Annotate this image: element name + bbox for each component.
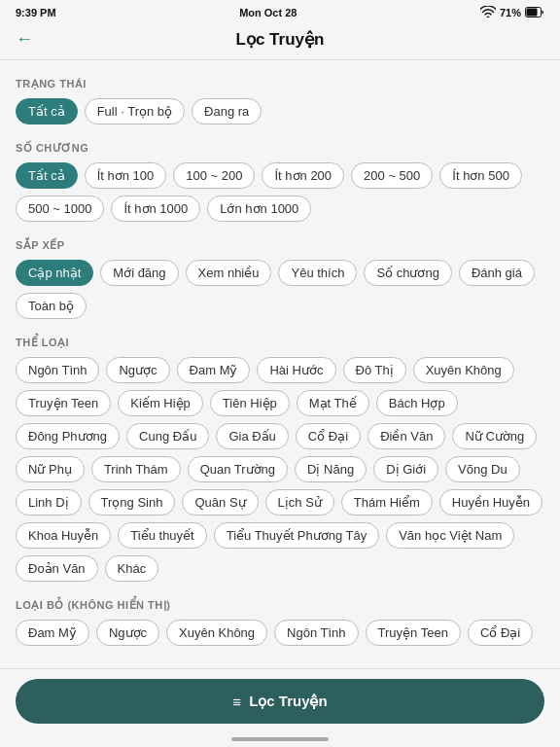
- tag-item[interactable]: Nữ Cường: [452, 423, 537, 449]
- tag-item[interactable]: Tất cả: [16, 162, 78, 189]
- tag-item[interactable]: Tiên Hiệp: [210, 390, 290, 416]
- sap-xep-section: SẮP XẾP Cập nhậtMới đăngXem nhiềuYêu thí…: [16, 239, 544, 319]
- bottom-bar: ≡ Lọc Truyện: [0, 668, 560, 747]
- trang-thai-section: TRẠNG THÁI Tất cảFull · Trọn bộĐang ra: [16, 78, 544, 124]
- tag-item[interactable]: Xem nhiều: [186, 260, 272, 286]
- battery-level: 71%: [500, 7, 521, 18]
- tag-item[interactable]: 100 ~ 200: [173, 162, 255, 189]
- tag-item[interactable]: Tiểu Thuyết Phương Tây: [214, 522, 380, 549]
- tag-item[interactable]: Ngôn Tình: [16, 357, 99, 383]
- tag-item[interactable]: Linh Dị: [16, 489, 82, 516]
- tag-item[interactable]: Nữ Phụ: [16, 456, 85, 482]
- the-loai-section: THỂ LOẠI Ngôn TìnhNgượcĐam MỹHài HướcĐô …: [16, 337, 544, 582]
- tag-item[interactable]: Yêu thích: [278, 260, 357, 286]
- tag-item[interactable]: Kiếm Hiệp: [118, 390, 203, 416]
- filter-icon: ≡: [232, 694, 241, 710]
- tag-item[interactable]: Điền Văn: [368, 423, 445, 449]
- tag-item[interactable]: Đam Mỹ: [16, 620, 89, 646]
- loai-bo-label: LOẠI BỎ (KHÔNG HIỂN THỊ): [16, 599, 544, 612]
- tag-item[interactable]: Khoa Huyễn: [16, 522, 111, 549]
- tag-item[interactable]: Xuyên Không: [413, 357, 514, 383]
- tag-item[interactable]: Văn học Việt Nam: [386, 522, 514, 549]
- tag-item[interactable]: Cung Đấu: [126, 423, 209, 449]
- svg-rect-1: [527, 8, 538, 16]
- tag-item[interactable]: Gia Đấu: [216, 423, 288, 449]
- page-title: Lọc Truyện: [236, 29, 325, 50]
- status-icons: 71%: [480, 6, 544, 19]
- tag-item[interactable]: Ít hơn 1000: [111, 196, 200, 222]
- loai-bo-tags: Đam MỹNgượcXuyên KhôngNgôn TìnhTruyện Te…: [16, 620, 544, 646]
- tag-item[interactable]: Đam Mỹ: [177, 357, 251, 383]
- tag-item[interactable]: Ít hơn 100: [85, 162, 167, 189]
- tag-item[interactable]: Full · Trọn bộ: [85, 98, 185, 124]
- tag-item[interactable]: Quan Trường: [188, 456, 288, 482]
- tag-item[interactable]: Ngược: [106, 357, 169, 383]
- tag-item[interactable]: Cập nhật: [16, 260, 93, 286]
- tag-item[interactable]: Truyện Teen: [366, 620, 461, 646]
- tag-item[interactable]: Võng Du: [445, 456, 520, 482]
- status-time: 9:39 PM: [16, 7, 56, 18]
- tag-item[interactable]: Trọng Sinh: [88, 489, 176, 516]
- status-bar: 9:39 PM Mon Oct 28 71%: [0, 0, 560, 23]
- filter-button-label: Lọc Truyện: [249, 693, 328, 710]
- tag-item[interactable]: Cổ Đại: [296, 423, 361, 449]
- sap-xep-label: SẮP XẾP: [16, 239, 544, 252]
- tag-item[interactable]: Đang ra: [192, 98, 262, 124]
- tag-item[interactable]: Ngược: [96, 620, 159, 646]
- tag-item[interactable]: Dị Năng: [295, 456, 367, 482]
- tag-item[interactable]: Đánh giá: [459, 260, 535, 286]
- main-content: TRẠNG THÁI Tất cảFull · Trọn bộĐang ra S…: [0, 68, 560, 718]
- tag-item[interactable]: Xuyên Không: [166, 620, 267, 646]
- tag-item[interactable]: Trinh Thám: [91, 456, 181, 482]
- header-divider: [0, 59, 560, 60]
- trang-thai-label: TRẠNG THÁI: [16, 78, 544, 90]
- trang-thai-tags: Tất cảFull · Trọn bộĐang ra: [16, 98, 544, 124]
- tag-item[interactable]: Bách Hợp: [376, 390, 458, 416]
- tag-item[interactable]: Mạt Thế: [297, 390, 369, 416]
- tag-item[interactable]: 500 ~ 1000: [16, 196, 104, 222]
- so-chuong-tags: Tất cảÍt hơn 100100 ~ 200Ít hơn 200200 ~…: [16, 162, 544, 222]
- tag-item[interactable]: Ít hơn 500: [439, 162, 522, 189]
- tag-item[interactable]: Lớn hơn 1000: [207, 196, 311, 222]
- loai-bo-section: LOẠI BỎ (KHÔNG HIỂN THỊ) Đam MỹNgượcXuyê…: [16, 599, 544, 646]
- tag-item[interactable]: Tiểu thuyết: [118, 522, 206, 549]
- tag-item[interactable]: Ngôn Tình: [274, 620, 358, 646]
- tag-item[interactable]: Huyền Huyễn: [439, 489, 542, 516]
- sap-xep-tags: Cập nhậtMới đăngXem nhiềuYêu thíchSố chư…: [16, 260, 544, 319]
- battery-icon: [525, 7, 544, 19]
- the-loai-tags: Ngôn TìnhNgượcĐam MỹHài HướcĐô ThịXuyên …: [16, 357, 544, 582]
- wifi-icon: [480, 6, 496, 19]
- tag-item[interactable]: Số chương: [364, 260, 451, 286]
- tag-item[interactable]: Dị Giới: [373, 456, 438, 482]
- tag-item[interactable]: Khác: [105, 555, 159, 582]
- back-button[interactable]: ←: [16, 29, 33, 50]
- page-header: ← Lọc Truyện: [0, 23, 560, 59]
- status-date: Mon Oct 28: [239, 7, 297, 18]
- tag-item[interactable]: 200 ~ 500: [351, 162, 433, 189]
- tag-item[interactable]: Ít hơn 200: [262, 162, 344, 189]
- tag-item[interactable]: Quân Sự: [182, 489, 258, 516]
- tag-item[interactable]: Toàn bộ: [16, 293, 87, 319]
- tag-item[interactable]: Đô Thị: [343, 357, 406, 383]
- tag-item[interactable]: Mới đăng: [100, 260, 178, 286]
- tag-item[interactable]: Lịch Sử: [265, 489, 334, 516]
- filter-button[interactable]: ≡ Lọc Truyện: [16, 679, 544, 724]
- tag-item[interactable]: Truyện Teen: [16, 390, 111, 416]
- tag-item[interactable]: Đông Phương: [16, 423, 120, 449]
- home-indicator: [231, 737, 329, 741]
- so-chuong-section: SỐ CHƯƠNG Tất cảÍt hơn 100100 ~ 200Ít hơ…: [16, 142, 544, 222]
- tag-item[interactable]: Cổ Đại: [468, 620, 533, 646]
- tag-item[interactable]: Đoản Văn: [16, 555, 98, 582]
- tag-item[interactable]: Thám Hiểm: [341, 489, 433, 516]
- so-chuong-label: SỐ CHƯƠNG: [16, 142, 544, 155]
- tag-item[interactable]: Tất cả: [16, 98, 78, 124]
- tag-item[interactable]: Hài Hước: [257, 357, 335, 383]
- the-loai-label: THỂ LOẠI: [16, 337, 544, 349]
